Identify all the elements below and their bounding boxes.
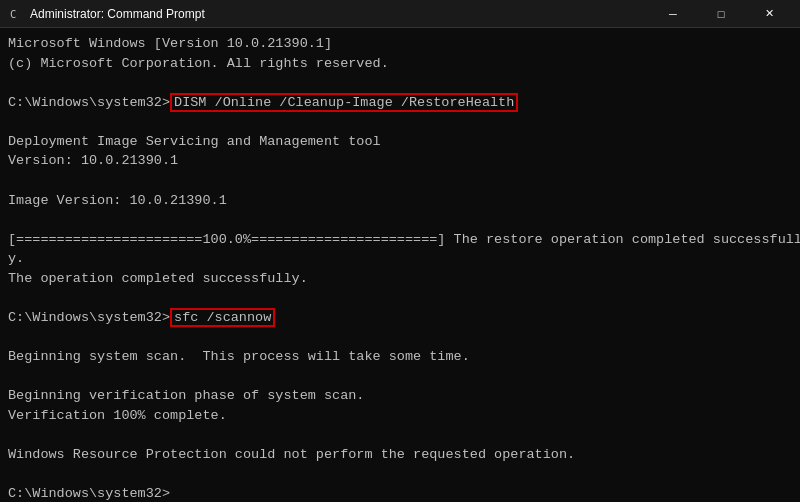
console-line: Beginning system scan. This process will… (8, 347, 792, 367)
console-body: Microsoft Windows [Version 10.0.21390.1]… (0, 28, 800, 502)
title-bar-text: Administrator: Command Prompt (30, 7, 644, 21)
maximize-button[interactable]: □ (698, 0, 744, 28)
console-line (8, 425, 792, 445)
close-button[interactable]: ✕ (746, 0, 792, 28)
console-line: Verification 100% complete. (8, 406, 792, 426)
console-line (8, 73, 792, 93)
console-line (8, 112, 792, 132)
console-line: [=======================100.0%==========… (8, 230, 792, 250)
prompt-text: C:\Windows\system32> (8, 486, 170, 501)
highlighted-command: DISM /Online /Cleanup-Image /RestoreHeal… (170, 93, 518, 112)
title-bar-controls: ─ □ ✕ (650, 0, 792, 28)
console-line: (c) Microsoft Corporation. All rights re… (8, 54, 792, 74)
svg-text:C: C (10, 8, 16, 20)
console-line: The operation completed successfully. (8, 269, 792, 289)
console-line: y. (8, 249, 792, 269)
console-line (8, 367, 792, 387)
console-line (8, 210, 792, 230)
prompt-text: C:\Windows\system32> (8, 310, 170, 325)
cmd-icon: C (8, 6, 24, 22)
console-line (8, 171, 792, 191)
console-line: C:\Windows\system32>sfc /scannow (8, 308, 792, 328)
console-line: Image Version: 10.0.21390.1 (8, 191, 792, 211)
console-line (8, 464, 792, 484)
prompt-text: C:\Windows\system32> (8, 95, 170, 110)
console-line (8, 327, 792, 347)
console-line: Beginning verification phase of system s… (8, 386, 792, 406)
console-line (8, 288, 792, 308)
console-line: C:\Windows\system32> (8, 484, 792, 502)
console-line: C:\Windows\system32>DISM /Online /Cleanu… (8, 93, 792, 113)
minimize-button[interactable]: ─ (650, 0, 696, 28)
console-line: Microsoft Windows [Version 10.0.21390.1] (8, 34, 792, 54)
title-bar: C Administrator: Command Prompt ─ □ ✕ (0, 0, 800, 28)
console-line: Deployment Image Servicing and Managemen… (8, 132, 792, 152)
highlighted-command: sfc /scannow (170, 308, 275, 327)
console-line: Version: 10.0.21390.1 (8, 151, 792, 171)
console-line: Windows Resource Protection could not pe… (8, 445, 792, 465)
